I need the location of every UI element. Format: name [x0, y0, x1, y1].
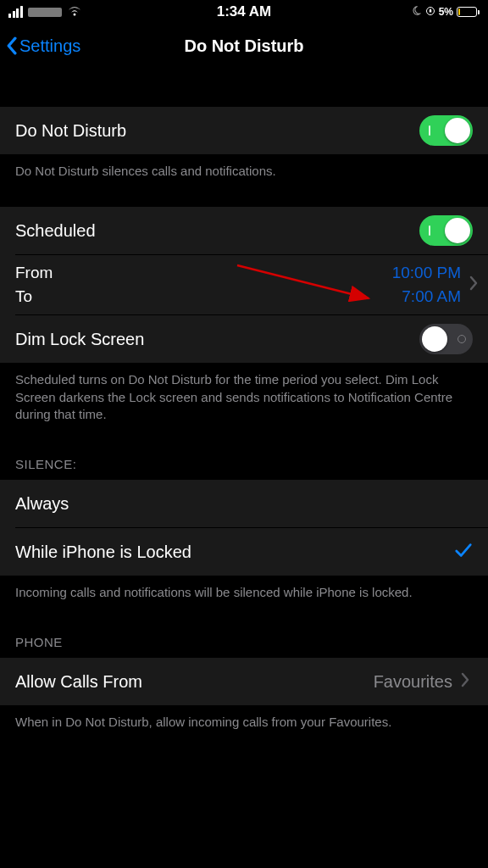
checkmark-icon [454, 542, 473, 563]
back-button[interactable]: Settings [5, 36, 80, 56]
silence-always-row[interactable]: Always [0, 480, 488, 527]
allow-calls-from-value: Favourites [374, 672, 452, 692]
dnd-toggle[interactable] [419, 115, 473, 146]
schedule-to-value: 7:00 AM [402, 287, 461, 306]
battery-percent: 5% [439, 6, 453, 18]
status-time: 1:34 AM [217, 3, 272, 20]
silence-while-locked-row[interactable]: While iPhone is Locked [0, 528, 488, 576]
silence-always-label: Always [15, 494, 69, 514]
dim-lock-screen-toggle[interactable] [419, 324, 473, 354]
schedule-to-label: To [15, 287, 53, 306]
schedule-from-label: From [15, 264, 53, 282]
carrier-label-redacted [28, 8, 62, 17]
status-bar: 1:34 AM 5% [0, 0, 488, 24]
dim-lock-screen-row: Dim Lock Screen [0, 315, 488, 363]
scheduled-toggle-row: Scheduled [0, 207, 488, 254]
phone-header: PHONE [0, 616, 488, 658]
do-not-disturb-status-icon [411, 5, 422, 19]
schedule-time-row[interactable]: From To 10:00 PM 7:00 AM [0, 255, 488, 314]
battery-icon [457, 7, 480, 17]
scheduled-footer: Scheduled turns on Do Not Disturb for th… [0, 363, 488, 438]
dnd-toggle-label: Do Not Disturb [15, 121, 126, 141]
wifi-icon [67, 5, 82, 19]
allow-calls-from-row[interactable]: Allow Calls From Favourites [0, 658, 488, 705]
allow-calls-from-label: Allow Calls From [15, 672, 142, 692]
back-button-label: Settings [19, 36, 80, 56]
page-title: Do Not Disturb [184, 36, 303, 56]
phone-footer: When in Do Not Disturb, allow incoming c… [0, 705, 488, 746]
chevron-right-icon [461, 672, 469, 692]
dim-lock-screen-label: Dim Lock Screen [15, 330, 144, 349]
scheduled-toggle-label: Scheduled [15, 221, 96, 241]
schedule-from-value: 10:00 PM [392, 264, 461, 282]
navigation-bar: Settings Do Not Disturb [0, 24, 488, 68]
orientation-lock-icon [425, 6, 435, 19]
silence-while-locked-label: While iPhone is Locked [15, 542, 191, 562]
silence-footer: Incoming calls and notifications will be… [0, 576, 488, 616]
chevron-right-icon [469, 275, 478, 295]
cellular-signal-icon [8, 6, 23, 18]
dnd-footer: Do Not Disturb silences calls and notifi… [0, 154, 488, 195]
dnd-toggle-row: Do Not Disturb [0, 107, 488, 154]
scheduled-toggle[interactable] [419, 215, 473, 246]
silence-header: SILENCE: [0, 438, 488, 480]
